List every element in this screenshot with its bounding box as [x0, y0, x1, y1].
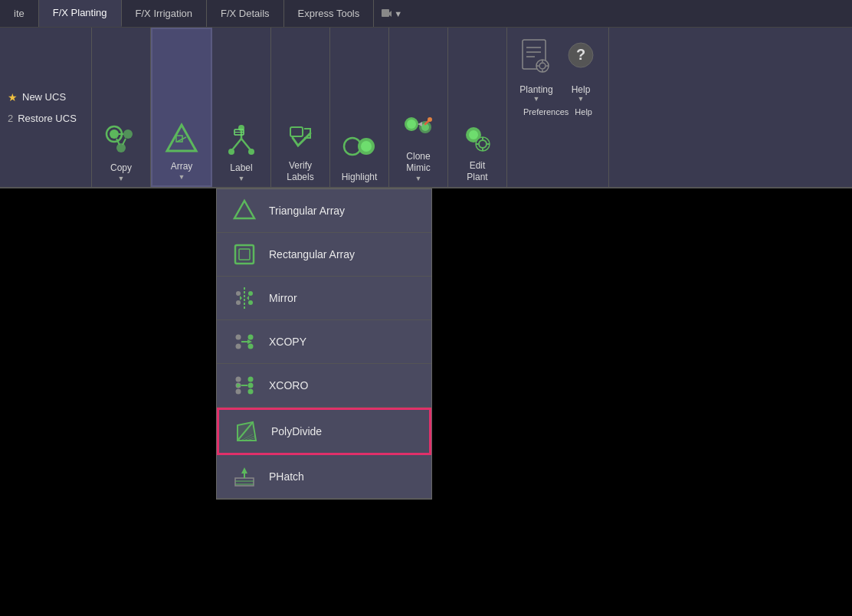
tab-fx-planting[interactable]: F/X Planting	[39, 0, 122, 27]
svg-rect-0	[382, 9, 389, 17]
verify-labels-label: VerifyLabels	[287, 160, 313, 182]
svg-point-16	[228, 149, 234, 155]
planting-arrow: ▼	[533, 95, 540, 103]
svg-point-4	[123, 129, 133, 139]
svg-point-56	[236, 300, 241, 305]
xcoro-item[interactable]: XCORO	[217, 364, 431, 408]
ribbon-sidebar: ★ New UCS 2 Restore UCS	[0, 28, 92, 187]
mirror-item[interactable]: Mirror	[217, 277, 431, 320]
xcoro-icon	[231, 372, 258, 399]
tab-ite[interactable]: ite	[0, 0, 39, 27]
svg-point-70	[248, 377, 254, 382]
clone-mimic-label: CloneMimic	[406, 151, 430, 173]
tab-bar: ite F/X Planting F/X Irrigation F/X Deta…	[0, 0, 852, 28]
xcopy-item[interactable]: XCOPY	[217, 320, 431, 364]
highlight-label: Highlight	[342, 172, 378, 182]
svg-marker-60	[247, 296, 249, 300]
svg-line-11	[177, 137, 186, 142]
ribbon-buttons-area: Copy ▼ Array ▼	[92, 28, 852, 187]
tab-fx-details[interactable]: F/X Details	[207, 0, 284, 27]
svg-point-64	[248, 344, 254, 349]
polydivide-item[interactable]: PolyDivide	[217, 408, 431, 455]
xcopy-icon	[231, 328, 258, 356]
svg-point-69	[236, 389, 241, 395]
svg-point-67	[236, 377, 241, 382]
label-arrow: ▼	[238, 175, 245, 182]
svg-point-61	[236, 335, 241, 340]
verify-labels-icon	[282, 120, 319, 157]
copy-label: Copy	[110, 162, 132, 173]
svg-marker-9	[167, 125, 196, 151]
edit-plant-icon	[459, 120, 496, 157]
svg-point-5	[116, 143, 126, 152]
svg-point-17	[248, 149, 254, 155]
svg-point-63	[248, 335, 254, 340]
array-label: Array	[171, 161, 193, 172]
svg-point-25	[407, 120, 416, 129]
svg-point-23	[361, 141, 372, 152]
label-icon	[223, 123, 260, 159]
svg-point-62	[236, 344, 241, 349]
highlight-icon	[341, 132, 378, 169]
svg-point-32	[469, 130, 478, 139]
array-button[interactable]: Array ▼	[151, 28, 212, 187]
tab-express-tools[interactable]: Express Tools	[284, 0, 375, 27]
array-dropdown: Triangular Array Rectangular Array	[216, 188, 432, 500]
help-arrow: ▼	[578, 95, 585, 103]
copy-arrow: ▼	[118, 175, 125, 182]
planting-preferences-group: Planting ▼ ? Help ▼ Preferences Help	[507, 28, 609, 187]
tab-fx-irrigation[interactable]: F/X Irrigation	[122, 0, 207, 27]
expand-icon	[380, 8, 392, 20]
restore-ucs-button[interactable]: 2 Restore UCS	[8, 108, 84, 129]
highlight-button[interactable]: Highlight	[330, 28, 389, 187]
svg-marker-85	[241, 467, 247, 473]
planting-sub-label: Planting	[519, 84, 552, 95]
svg-line-8	[123, 139, 126, 145]
svg-point-55	[236, 291, 241, 296]
svg-point-30	[428, 117, 432, 122]
tab-overflow-arrow[interactable]: ▼	[374, 0, 408, 27]
ribbon: ★ New UCS 2 Restore UCS	[0, 28, 852, 188]
label-button[interactable]: Label ▼	[212, 28, 271, 187]
rectangular-array-icon	[231, 241, 258, 268]
svg-marker-66	[247, 339, 252, 344]
verify-labels-button[interactable]: VerifyLabels	[271, 28, 330, 187]
clone-mimic-arrow: ▼	[415, 175, 422, 182]
svg-point-71	[248, 383, 254, 388]
planting-icon	[519, 38, 553, 84]
array-icon	[163, 121, 200, 158]
svg-point-3	[110, 129, 119, 139]
svg-point-58	[248, 300, 253, 305]
clone-mimic-icon	[400, 111, 437, 148]
svg-rect-53	[239, 249, 250, 260]
svg-rect-20	[290, 127, 303, 136]
rectangular-array-item[interactable]: Rectangular Array	[217, 233, 431, 277]
help-icon: ?	[565, 38, 596, 84]
svg-rect-52	[235, 245, 254, 264]
edit-plant-button[interactable]: EditPlant	[448, 28, 507, 187]
edit-plant-label: EditPlant	[467, 160, 487, 182]
clone-mimic-button[interactable]: CloneMimic ▼	[389, 28, 448, 187]
triangular-array-item[interactable]: Triangular Array	[217, 189, 431, 233]
svg-text:?: ?	[576, 46, 585, 63]
triangular-array-icon	[231, 197, 258, 224]
phatch-item[interactable]: PHatch	[217, 455, 431, 499]
svg-point-72	[248, 389, 254, 395]
help-label: Help	[572, 84, 591, 95]
svg-marker-59	[240, 296, 242, 300]
svg-marker-51	[234, 201, 254, 218]
help-button[interactable]: ? Help ▼	[561, 35, 601, 106]
copy-icon	[103, 123, 139, 159]
array-arrow: ▼	[179, 173, 185, 181]
phatch-icon	[231, 463, 258, 490]
copy-button[interactable]: Copy ▼	[92, 28, 151, 187]
svg-point-57	[248, 291, 253, 296]
planting-top: Planting ▼ ? Help ▼	[515, 35, 601, 106]
label-label: Label	[230, 162, 252, 173]
polydivide-icon	[233, 418, 261, 445]
planting-section-labels: Preferences Help	[523, 107, 592, 116]
planting-button[interactable]: Planting ▼	[515, 35, 558, 106]
mirror-icon	[231, 284, 258, 312]
new-ucs-button[interactable]: ★ New UCS	[8, 87, 84, 108]
